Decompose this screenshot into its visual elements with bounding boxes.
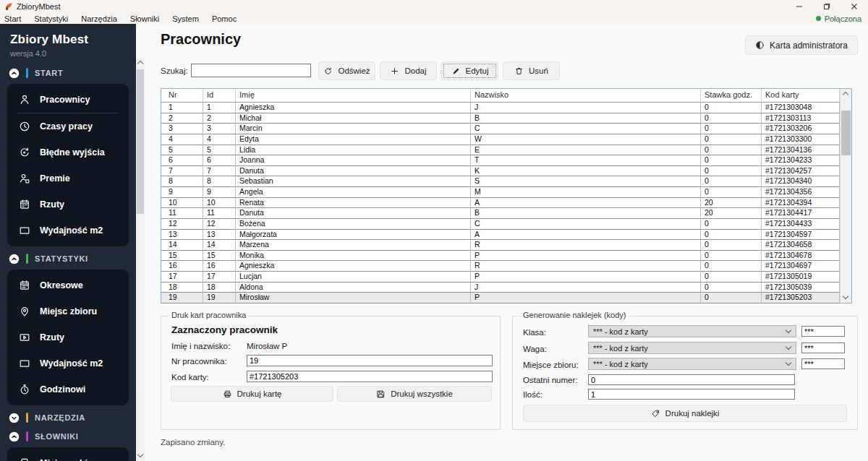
column-header-kod-karty[interactable]: Kod karty [762,89,840,102]
scrollbar-thumb[interactable] [841,111,851,155]
table-row[interactable]: 1616AgnieszkaR0#1721304697 [161,261,840,272]
section-label: SŁOWNIKI [35,432,79,441]
waga-select[interactable]: *** - kod z karty [588,342,796,354]
admin-card-button[interactable]: Karta administratora [745,35,858,55]
close-button[interactable] [841,0,868,13]
sidebar-item-rzuty[interactable]: Rzuty [7,191,129,217]
klasa-select[interactable]: *** - kod z karty [588,325,796,337]
sidebar: Zbiory Mbest wersja 4.0 START Pracownicy… [0,24,136,461]
table-cell-nazwisko: A [471,230,701,241]
table-row[interactable]: 44EdytaW0#1721303300 [161,134,840,145]
column-header-nr[interactable]: Nr [161,89,203,102]
sidebar-item-bledne-wyjscia[interactable]: Błędne wyjścia [7,139,129,165]
table-row[interactable]: 88SebastianS0#1721304340 [161,176,840,187]
column-header-stawka[interactable]: Stawka godz. [701,89,762,102]
miejsce-zbioru-select[interactable]: *** - kod z karty [588,358,796,370]
table-cell-kod: #1721304417 [762,208,840,219]
menu-narzedzia[interactable]: Narzędzia [75,14,124,23]
scrollbar-track[interactable] [136,58,145,461]
restore-button[interactable] [813,0,841,13]
edit-button[interactable]: Edytuj [441,61,498,80]
scroll-down-icon[interactable] [843,293,848,299]
table-row[interactable]: 1919MirosławP0#1721305203 [161,293,840,303]
table-cell-imie: Sebastian [236,176,471,187]
table-row[interactable]: 99AngelaM0#1721304356 [161,187,840,198]
menu-system[interactable]: System [166,14,205,23]
table-row[interactable]: 1313MałgorzataA0#1721304597 [161,230,840,241]
table-row[interactable]: 66JoannaT0#1721304233 [161,155,840,166]
search-input[interactable] [191,64,311,77]
card-code-field[interactable] [247,371,493,382]
table-cell-kod: #1721303206 [762,124,840,134]
column-header-imie[interactable]: Imię [236,89,471,102]
table-row[interactable]: 55LidiaE0#1721304136 [161,145,840,156]
table-row[interactable]: 1010RenataA20#1721304394 [161,198,840,209]
refresh-button[interactable]: Odśwież [318,61,375,80]
print-card-button[interactable]: Drukuj kartę [171,386,333,402]
employee-number-field[interactable] [247,355,493,366]
sidebar-item-miejsc-zbioru[interactable]: Miejsc zbioru [7,298,129,324]
print-all-button[interactable]: Drukuj wszystkie [337,386,492,402]
scroll-down-icon[interactable] [137,452,143,457]
table-scrollbar[interactable] [840,89,851,303]
menu-statystyki[interactable]: Statystyki [27,14,75,23]
sidebar-item-pracownicy[interactable]: Pracownicy [7,87,129,113]
sidebar-item-czasy-pracy[interactable]: Czasy pracy [7,113,129,139]
column-header-nazwisko[interactable]: Nazwisko [471,89,701,102]
table-row[interactable]: 11AgnieszkaJ0#1721303048 [161,103,840,113]
table-row[interactable]: 22MichałB0#1721303113 [161,113,840,124]
menu-pomoc[interactable]: Pomoc [205,14,243,23]
minimize-button[interactable] [786,0,813,13]
table-row[interactable]: 1717LucjanP0#1721305019 [161,272,840,283]
scroll-up-icon[interactable] [137,61,143,66]
table-row[interactable]: 1818AldonaJ0#1721305039 [161,283,840,293]
last-number-field[interactable] [588,374,795,385]
sidebar-section-slowniki[interactable]: SŁOWNIKI [0,427,136,446]
sidebar-scrollbar[interactable] [136,24,145,461]
table-cell-imie: Joanna [236,155,471,166]
quantity-field[interactable] [588,389,795,400]
table-row[interactable]: 1515MonikaP0#1721304678 [161,251,840,262]
table-cell-id: 4 [203,134,236,145]
scroll-up-icon[interactable] [843,92,848,98]
table-cell-nr: 2 [161,113,203,124]
table-cell-nr: 9 [161,187,203,198]
sidebar-item-wydajnosc-m2[interactable]: Wydajność m2 [7,217,129,244]
main-content: Pracownicy Karta administratora Szukaj: … [145,24,868,461]
menu-start[interactable]: Start [0,14,27,23]
table-cell-stawka: 0 [701,251,762,262]
print-stickers-button[interactable]: Drukuj naklejki [523,405,847,422]
table-cell-kod: #1721304658 [762,240,840,251]
sidebar-item-okresowe[interactable]: Okresowe [7,272,129,298]
table-cell-imie: Bożena [236,219,471,230]
menu-slowniki[interactable]: Słowniki [124,14,166,23]
sidebar-item-premie[interactable]: Premie [7,165,129,191]
klasa-code-field[interactable] [801,326,845,337]
table-header: Nr Id Imię Nazwisko Stawka godz. Kod kar… [161,89,840,103]
add-button[interactable]: Dodaj [380,61,437,80]
quantity-label: Ilość: [523,390,542,399]
sidebar-section-statystyki[interactable]: STATYSTYKI [0,249,136,268]
table-cell-nazwisko: K [471,166,701,177]
sidebar-section-narzedzia[interactable]: NARZĘDZIA [0,408,136,427]
sidebar-section-start[interactable]: START [0,64,136,82]
table-row[interactable]: 77DanutaK0#1721304257 [161,166,840,177]
scrollbar-thumb[interactable] [137,69,144,214]
sidebar-item-rzuty-stat[interactable]: Rzuty [7,324,129,350]
table-cell-stawka: 0 [701,283,762,293]
sidebar-item-wydajnosc-m2-stat[interactable]: Wydajność m2 [7,350,129,376]
sidebar-item-godzinowi[interactable]: Godzinowi [7,376,129,402]
delete-button[interactable]: Usuń [503,61,560,80]
selected-employee-heading: Zaznaczony pracownik [171,324,278,335]
section-accent-bar [26,254,28,264]
column-header-id[interactable]: Id [203,89,236,102]
table-cell-stawka: 0 [701,230,762,241]
miejsce-zbioru-code-field[interactable] [801,358,845,369]
waga-code-field[interactable] [801,342,845,353]
chevron-down-icon [786,344,791,350]
table-row[interactable]: 1414MarzenaR0#1721304658 [161,240,840,251]
table-row[interactable]: 1111DanutaB20#1721304417 [161,208,840,219]
sidebar-item-miejsca-zbioru[interactable]: Miejsca zbioru [7,450,129,461]
table-row[interactable]: 33MarcinC0#1721303206 [161,124,840,134]
table-row[interactable]: 1212BożenaC0#1721304433 [161,219,840,230]
